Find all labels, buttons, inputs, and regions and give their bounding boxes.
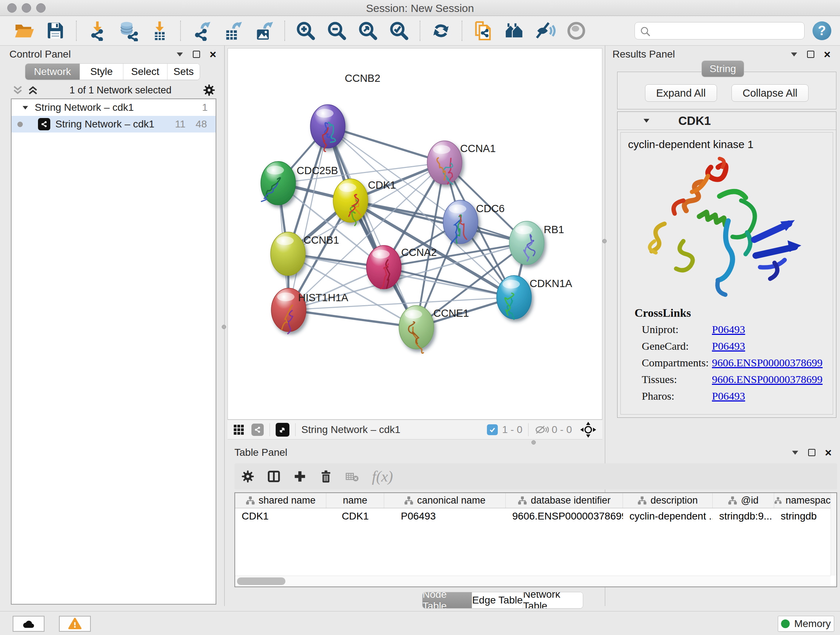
import-table-button[interactable] bbox=[149, 20, 171, 42]
crosslink-row: Pharos:P06493 bbox=[642, 388, 833, 404]
first-neighbors-button[interactable] bbox=[503, 20, 525, 42]
help-button[interactable]: ? bbox=[813, 21, 831, 40]
table-options-gear-icon[interactable] bbox=[241, 470, 255, 483]
tab-network-table[interactable]: Network Table bbox=[523, 592, 583, 608]
network-view-type-icon[interactable] bbox=[251, 424, 264, 436]
network-collection-row[interactable]: String Network – cdk1 1 bbox=[11, 99, 216, 116]
network-node-CDC6[interactable] bbox=[443, 200, 478, 244]
float-panel-button[interactable] bbox=[193, 51, 200, 58]
collection-expander-icon[interactable] bbox=[23, 106, 28, 109]
network-node-CDC25B[interactable] bbox=[261, 162, 295, 205]
tab-select[interactable]: Select bbox=[123, 64, 167, 80]
close-panel-button[interactable]: × bbox=[210, 51, 216, 58]
zoom-in-button[interactable] bbox=[295, 20, 317, 42]
left-divider-grip[interactable] bbox=[222, 325, 226, 329]
zoom-out-button[interactable] bbox=[326, 20, 347, 42]
column-header-canonical-name[interactable]: canonical name bbox=[384, 493, 506, 508]
network-canvas[interactable]: CCNB2CCNA1CDC25BCDK1CDC6RB1CCNB1CCNA2CDK… bbox=[227, 48, 602, 420]
node-label: CDKN1A bbox=[530, 278, 572, 289]
open-session-button[interactable] bbox=[13, 20, 35, 42]
protein-section-header[interactable]: CDK1 bbox=[617, 112, 836, 130]
panel-menu-icon[interactable] bbox=[792, 450, 798, 454]
crosslink-value[interactable]: 9606.ENSP00000378699 bbox=[712, 373, 823, 386]
column-header-database-identifier[interactable]: database identifier bbox=[506, 493, 623, 508]
tab-style[interactable]: Style bbox=[80, 64, 123, 80]
expand-all-icon[interactable] bbox=[27, 85, 38, 96]
table-row[interactable]: CDK1CDK1P064939606.ENSP00000378699cyclin… bbox=[235, 508, 836, 524]
table-vertical-scrollbar[interactable] bbox=[831, 493, 836, 576]
clone-network-button[interactable] bbox=[472, 20, 494, 42]
help-label: ? bbox=[818, 23, 826, 38]
network-node-CCNB2[interactable] bbox=[310, 105, 345, 151]
network-options-gear-icon[interactable] bbox=[202, 84, 216, 97]
search-input[interactable] bbox=[654, 22, 800, 38]
network-node-CDKN1A[interactable] bbox=[497, 276, 531, 319]
scrollbar-thumb[interactable] bbox=[237, 578, 286, 585]
crosslink-value[interactable]: 9606.ENSP00000378699 bbox=[712, 356, 823, 369]
grid-view-icon[interactable] bbox=[233, 424, 244, 435]
export-image-button[interactable] bbox=[253, 20, 275, 42]
save-session-button[interactable] bbox=[44, 20, 66, 42]
create-column-icon[interactable] bbox=[293, 470, 307, 483]
selected-count-checkbox[interactable] bbox=[487, 424, 498, 435]
tab-edge-table[interactable]: Edge Table bbox=[472, 592, 523, 608]
column-header-namespace[interactable]: namespace bbox=[774, 493, 836, 508]
float-panel-button[interactable] bbox=[808, 449, 815, 456]
network-node-CCNB1[interactable] bbox=[271, 232, 305, 276]
network-label: String Network – cdk1 bbox=[55, 119, 155, 130]
table-horizontal-scrollbar[interactable] bbox=[235, 576, 831, 586]
show-all-button[interactable] bbox=[565, 20, 587, 42]
cloud-status-button[interactable] bbox=[13, 616, 44, 632]
netbar-separator bbox=[295, 423, 295, 436]
hidden-counts: 0 - 0 bbox=[552, 424, 572, 435]
right-divider-grip[interactable] bbox=[602, 239, 607, 243]
warning-icon bbox=[68, 617, 82, 631]
node-highlight bbox=[433, 145, 450, 154]
apply-layout-button[interactable] bbox=[430, 20, 452, 42]
table-divider-grip[interactable] bbox=[531, 440, 536, 445]
panel-menu-icon[interactable] bbox=[791, 52, 797, 56]
memory-button[interactable]: Memory bbox=[778, 616, 834, 632]
protein-expander-icon[interactable] bbox=[644, 119, 649, 122]
status-bar: Memory bbox=[0, 611, 840, 635]
tab-network[interactable]: Network bbox=[25, 64, 80, 80]
crosslink-value[interactable]: P06493 bbox=[712, 323, 745, 336]
network-node-CCNE1[interactable] bbox=[399, 306, 434, 353]
network-row[interactable]: String Network – cdk1 11 48 bbox=[11, 116, 216, 133]
crosslink-value[interactable]: P06493 bbox=[712, 340, 745, 352]
column-header-shared-name[interactable]: shared name bbox=[235, 493, 326, 508]
network-node-RB1[interactable] bbox=[509, 221, 544, 264]
panel-menu-icon[interactable] bbox=[177, 52, 183, 56]
zoom-fit-button[interactable] bbox=[357, 20, 379, 42]
column-header-description[interactable]: description bbox=[623, 493, 713, 508]
detach-view-button[interactable] bbox=[276, 423, 289, 437]
column-header-@id[interactable]: @id bbox=[713, 493, 774, 508]
tab-node-table[interactable]: Node Table bbox=[423, 592, 472, 608]
crosslink-value[interactable]: P06493 bbox=[712, 390, 745, 402]
warnings-button[interactable] bbox=[59, 616, 91, 632]
close-panel-button[interactable]: × bbox=[824, 51, 831, 58]
show-columns-icon[interactable] bbox=[267, 470, 281, 483]
close-panel-button[interactable]: × bbox=[825, 449, 832, 456]
float-panel-button[interactable] bbox=[807, 51, 814, 58]
delete-column-icon[interactable] bbox=[319, 470, 333, 483]
collapse-all-button[interactable]: Collapse All bbox=[731, 84, 809, 102]
houses-icon bbox=[504, 20, 524, 41]
network-node-CCNA2[interactable] bbox=[366, 245, 401, 289]
export-table-button[interactable] bbox=[222, 20, 243, 42]
expand-all-button[interactable]: Expand All bbox=[645, 84, 717, 102]
collapse-all-icon[interactable] bbox=[12, 85, 23, 96]
node-label: CCNB1 bbox=[303, 234, 339, 246]
hide-eye-icon bbox=[535, 20, 556, 41]
zoom-selected-button[interactable] bbox=[388, 20, 410, 42]
import-network-button[interactable] bbox=[87, 20, 108, 42]
import-network-from-database-button[interactable] bbox=[118, 20, 139, 42]
network-node-CCNA1[interactable] bbox=[427, 141, 462, 184]
export-network-button[interactable] bbox=[191, 20, 212, 42]
birdseye-crosshair-icon[interactable] bbox=[580, 421, 597, 438]
network-node-CDK1[interactable] bbox=[333, 179, 368, 226]
tab-sets[interactable]: Sets bbox=[167, 64, 200, 80]
tab-string[interactable]: String bbox=[702, 61, 744, 77]
column-header-name[interactable]: name bbox=[326, 493, 384, 508]
hide-selected-button[interactable] bbox=[534, 20, 556, 42]
